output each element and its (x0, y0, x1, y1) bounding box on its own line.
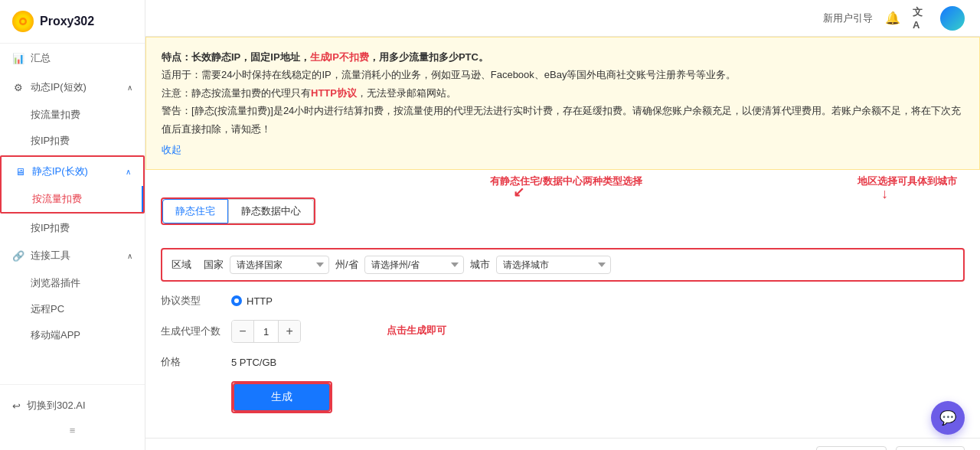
bell-icon[interactable]: 🔔 (885, 11, 900, 26)
collapse-link[interactable]: 收起 (162, 141, 964, 158)
sidebar-item-label: 连接工具 (31, 249, 70, 262)
logo-text: Proxy302 (40, 15, 94, 28)
logo: Proxy302 (0, 0, 145, 44)
chat-icon: 💬 (939, 409, 956, 426)
quantity-label: 生成代理个数 (161, 324, 222, 338)
logo-icon (12, 11, 34, 32)
area-label: 区域 (172, 258, 191, 272)
switch-icon: ↩ (12, 400, 21, 412)
sidebar-item-static-flow[interactable]: 按流量扣费 (2, 186, 143, 212)
batch-delete-button[interactable]: 🗑 批量删除 (816, 446, 887, 450)
http-radio[interactable] (231, 295, 242, 306)
sidebar-item-mobile-app[interactable]: 移动端APP (0, 322, 145, 348)
toggle-icon: ≡ (70, 425, 76, 436)
sidebar-item-connect-tools[interactable]: 🔗 连接工具 ∧ (0, 241, 145, 270)
bottom-bar-right: 🗑 批量删除 ↗ 导出代理 (816, 446, 965, 450)
main-content: 新用户引导 🔔 文A 特点：长效静态IP，固定IP地址，生成IP不扣费，用多少流… (145, 0, 980, 450)
sidebar: Proxy302 📊 汇总 ⚙ 动态IP(短效) ∧ 按流量扣费 按IP扣费 🖥… (0, 0, 145, 450)
info-line-1: 特点：长效静态IP，固定IP地址，生成IP不扣费，用多少流量扣多少PTC。 (162, 48, 964, 66)
annotation-region: 地区选择可具体到城市 ↓ (858, 174, 957, 188)
quantity-minus-btn[interactable]: − (232, 321, 253, 342)
tabs-annotation-area: 有静态住宅/数据中心两种类型选择 ↙ 地区选择可具体到城市 ↓ 静态住宅 静态数… (161, 182, 965, 225)
chart-icon: 📊 (12, 52, 24, 64)
http-label: HTTP (247, 295, 273, 307)
sidebar-item-ip-fee[interactable]: 按IP扣费 (0, 128, 145, 154)
city-select[interactable]: 请选择城市 (496, 256, 611, 274)
avatar[interactable] (940, 6, 965, 31)
region-row: 区域 国家 请选择国家 州/省 请选择州/省 城市 请选择城市 (161, 248, 965, 282)
sidebar-item-remote-pc[interactable]: 远程PC (0, 296, 145, 322)
price-label: 价格 (161, 355, 222, 369)
export-proxy-button[interactable]: ↗ 导出代理 (896, 446, 965, 450)
annotation-type: 有静态住宅/数据中心两种类型选择 ↙ (490, 174, 642, 188)
quantity-plus-btn[interactable]: + (279, 321, 300, 342)
sidebar-item-summary[interactable]: 📊 汇总 (0, 44, 145, 73)
gear-icon: ⚙ (12, 81, 24, 93)
generate-btn-wrapper: 生成 (231, 381, 332, 413)
static-ip-section: 🖥 静态IP(长效) ∧ 按流量扣费 (0, 155, 145, 214)
chevron-icon: ∧ (127, 83, 132, 92)
country-label: 国家 (204, 258, 224, 272)
sidebar-bottom: ↩ 切换到302.AI ≡ (0, 384, 145, 450)
sidebar-item-static-ip-fee[interactable]: 按IP扣费 (0, 215, 145, 241)
quantity-row: 生成代理个数 − 1 + 点击生成即可 (161, 320, 965, 343)
info-box: 特点：长效静态IP，固定IP地址，生成IP不扣费，用多少流量扣多少PTC。 适用… (145, 37, 980, 170)
protocol-radio-group: HTTP (231, 295, 273, 307)
sidebar-item-label: 动态IP(短效) (31, 80, 87, 94)
bottom-bar: ⊞ 已有代理（只支持HTTP协议） 🗑 批量删除 ↗ 导出代理 (145, 438, 980, 450)
link-icon: 🔗 (12, 249, 24, 262)
country-select[interactable]: 请选择国家 (230, 256, 329, 274)
chevron-icon: ∧ (127, 252, 132, 260)
quantity-stepper: − 1 + (231, 320, 301, 343)
protocol-label: 协议类型 (161, 294, 222, 308)
city-label: 城市 (470, 258, 490, 272)
sidebar-toggle[interactable]: ≡ (12, 419, 132, 442)
generate-button[interactable]: 生成 (233, 383, 331, 412)
info-line-4: 警告：[静态(按流量扣费)]是24小时内进行结算扣费，按流量使用的代理无法进行实… (162, 102, 964, 138)
tabs-container: 静态住宅 静态数据中心 (161, 197, 315, 225)
tab-residential[interactable]: 静态住宅 (162, 199, 228, 223)
sidebar-item-label: 汇总 (31, 51, 51, 65)
tab-datacenter[interactable]: 静态数据中心 (228, 199, 314, 223)
form-area: 有静态住宅/数据中心两种类型选择 ↙ 地区选择可具体到城市 ↓ 静态住宅 静态数… (145, 170, 980, 438)
guide-link[interactable]: 新用户引导 (823, 11, 873, 25)
monitor-icon: 🖥 (14, 165, 26, 178)
chat-bubble[interactable]: 💬 (931, 401, 965, 435)
topbar: 新用户引导 🔔 文A (145, 0, 980, 37)
sidebar-item-switch[interactable]: ↩ 切换到302.AI (12, 393, 132, 419)
price-row: 价格 5 PTC/GB (161, 355, 965, 369)
state-label: 州/省 (335, 258, 358, 272)
sidebar-item-browser-plugin[interactable]: 浏览器插件 (0, 270, 145, 296)
translate-icon[interactable]: 文A (913, 11, 928, 26)
protocol-row: 协议类型 HTTP (161, 294, 965, 308)
info-line-2: 适用于：需要24小时保持在线稳定的IP，流量消耗小的业务，例如亚马逊、Faceb… (162, 66, 964, 83)
generate-row: 生成 (161, 381, 965, 413)
info-line-3: 注意：静态按流量扣费的代理只有HTTP协议，无法登录邮箱网站。 (162, 84, 964, 102)
sidebar-item-flow-fee[interactable]: 按流量扣费 (0, 102, 145, 128)
state-select[interactable]: 请选择州/省 (364, 256, 464, 274)
sidebar-item-static-ip[interactable]: 🖥 静态IP(长效) ∧ (2, 157, 143, 186)
sidebar-item-dynamic-ip[interactable]: ⚙ 动态IP(短效) ∧ (0, 73, 145, 102)
price-value: 5 PTC/GB (231, 357, 276, 368)
content-area: 特点：长效静态IP，固定IP地址，生成IP不扣费，用多少流量扣多少PTC。 适用… (145, 37, 980, 450)
sidebar-item-label: 静态IP(长效) (32, 165, 88, 178)
quantity-value: 1 (253, 321, 279, 342)
svg-point-2 (21, 20, 25, 24)
chevron-icon: ∧ (126, 168, 131, 176)
